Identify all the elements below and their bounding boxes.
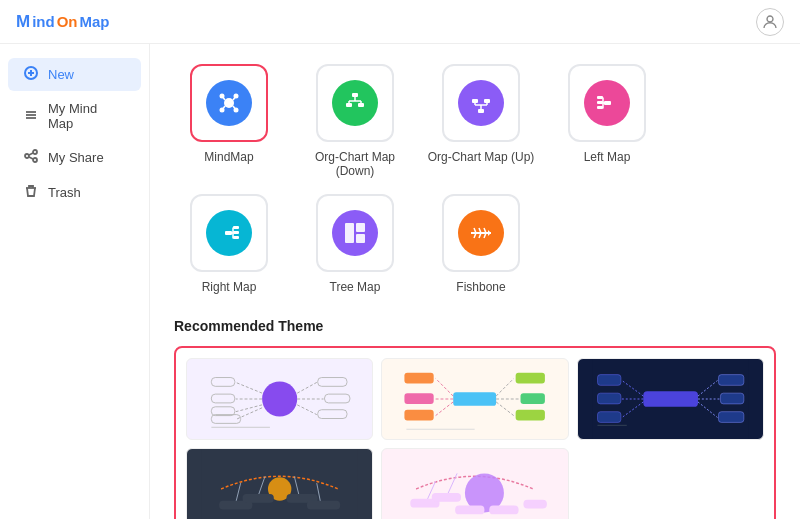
svg-rect-45 [233, 236, 239, 239]
svg-marker-58 [488, 230, 491, 236]
fishbone-label: Fishbone [456, 280, 505, 294]
sidebar-trash-label: Trash [48, 185, 81, 200]
svg-rect-122 [455, 506, 484, 515]
theme-card-5[interactable] [381, 448, 568, 519]
svg-rect-81 [405, 393, 434, 404]
left-map-circle [584, 80, 630, 126]
svg-rect-98 [597, 412, 620, 423]
svg-point-8 [25, 154, 29, 158]
svg-rect-124 [524, 500, 547, 509]
map-card-org-up[interactable]: Org-Chart Map (Up) [426, 64, 536, 178]
sidebar-new-label: New [48, 67, 74, 82]
left-map-label: Left Map [584, 150, 631, 164]
theme-card-2[interactable] [381, 358, 568, 440]
svg-point-9 [33, 158, 37, 162]
svg-rect-83 [405, 410, 434, 421]
svg-rect-44 [233, 231, 239, 234]
svg-rect-102 [720, 393, 743, 404]
map-card-org-down[interactable]: Org-Chart Map (Down) [300, 64, 410, 178]
svg-rect-77 [454, 392, 497, 406]
user-avatar[interactable] [756, 8, 784, 36]
sidebar-my-share-label: My Share [48, 150, 104, 165]
logo-map: Map [80, 13, 110, 30]
svg-point-7 [33, 150, 37, 154]
map-card-tree-map[interactable]: Tree Map [300, 194, 410, 294]
sidebar-item-my-mind-map[interactable]: My Mind Map [8, 93, 141, 139]
content-area: MindMap [150, 44, 800, 519]
tree-map-circle [332, 210, 378, 256]
svg-rect-23 [358, 103, 364, 107]
svg-rect-43 [233, 226, 239, 229]
org-up-label: Org-Chart Map (Up) [428, 150, 535, 164]
sidebar-item-my-share[interactable]: My Share [8, 141, 141, 174]
svg-rect-36 [597, 96, 603, 99]
org-down-label: Org-Chart Map (Down) [300, 150, 410, 178]
svg-rect-21 [352, 93, 358, 97]
org-down-icon-box [316, 64, 394, 142]
svg-rect-87 [521, 393, 545, 404]
header: MindOnMap [0, 0, 800, 44]
mindmap-circle [206, 80, 252, 126]
svg-rect-42 [225, 231, 232, 235]
svg-rect-22 [346, 103, 352, 107]
svg-rect-50 [356, 234, 365, 243]
logo-text: ind [32, 13, 55, 30]
svg-rect-104 [718, 412, 743, 423]
svg-rect-121 [432, 493, 461, 502]
svg-rect-38 [597, 106, 603, 109]
svg-rect-49 [356, 223, 365, 232]
map-type-grid: MindMap [174, 64, 776, 294]
right-map-label: Right Map [202, 280, 257, 294]
list-icon [24, 108, 38, 125]
svg-rect-28 [478, 109, 484, 113]
svg-rect-96 [597, 393, 620, 404]
map-card-fishbone[interactable]: Fishbone [426, 194, 536, 294]
svg-line-10 [29, 153, 33, 155]
left-map-icon-box [568, 64, 646, 142]
map-card-left-map[interactable]: Left Map [552, 64, 662, 178]
svg-point-60 [262, 381, 297, 416]
svg-rect-35 [604, 101, 611, 105]
theme-card-3[interactable] [577, 358, 764, 440]
svg-rect-79 [405, 373, 434, 384]
recommended-theme-title: Recommended Theme [174, 318, 776, 334]
map-card-mindmap[interactable]: MindMap [174, 64, 284, 178]
share-icon [24, 149, 38, 166]
svg-rect-100 [718, 375, 743, 386]
fishbone-icon-box [442, 194, 520, 272]
main-layout: New My Mind Map [0, 44, 800, 519]
svg-rect-37 [597, 101, 603, 104]
svg-line-11 [29, 157, 33, 159]
fishbone-circle [458, 210, 504, 256]
svg-rect-30 [484, 99, 490, 103]
tree-map-label: Tree Map [330, 280, 381, 294]
svg-point-0 [767, 16, 773, 22]
svg-rect-89 [516, 410, 545, 421]
recommended-theme-section: Recommended Theme [174, 318, 776, 519]
right-map-icon-box [190, 194, 268, 272]
trash-icon [24, 184, 38, 201]
sidebar-item-new[interactable]: New [8, 58, 141, 91]
logo: MindOnMap [16, 12, 110, 32]
svg-rect-85 [516, 373, 545, 384]
svg-rect-48 [345, 223, 354, 243]
svg-rect-115 [307, 501, 340, 510]
theme-card-4[interactable] [186, 448, 373, 519]
svg-rect-111 [243, 494, 274, 503]
logo-m: M [16, 12, 30, 32]
right-map-circle [206, 210, 252, 256]
theme-card-1[interactable] [186, 358, 373, 440]
mindmap-icon-box [190, 64, 268, 142]
plus-icon [24, 66, 38, 83]
sidebar-item-trash[interactable]: Trash [8, 176, 141, 209]
svg-rect-29 [472, 99, 478, 103]
svg-rect-94 [597, 375, 620, 386]
org-down-circle [332, 80, 378, 126]
mindmap-label: MindMap [204, 150, 253, 164]
tree-map-icon-box [316, 194, 394, 272]
org-up-circle [458, 80, 504, 126]
svg-rect-92 [643, 391, 698, 407]
sidebar: New My Mind Map [0, 44, 150, 519]
svg-rect-123 [490, 506, 519, 515]
map-card-right-map[interactable]: Right Map [174, 194, 284, 294]
